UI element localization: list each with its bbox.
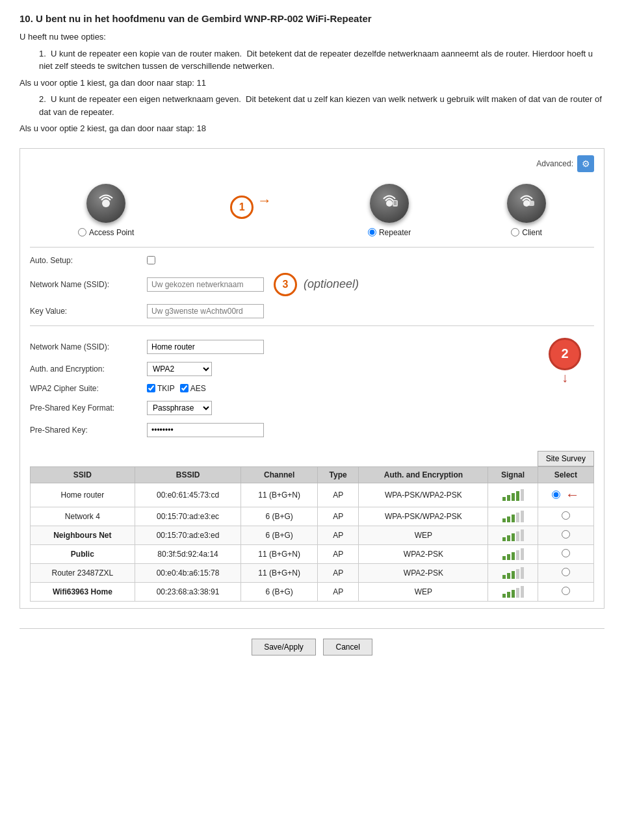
signal-bars bbox=[493, 567, 532, 579]
survey-table: SSID BSSID Channel Type Auth. and Encryp… bbox=[30, 466, 594, 602]
step2-container: 2 ↓ bbox=[549, 338, 581, 385]
signal-bar bbox=[516, 491, 519, 501]
cell-channel: 11 (B+G+N) bbox=[241, 483, 318, 507]
cell-type: AP bbox=[317, 483, 358, 507]
signal-bar bbox=[502, 497, 506, 501]
cell-type: AP bbox=[317, 507, 358, 526]
tkip-checkbox-label[interactable]: TKIP bbox=[147, 384, 175, 393]
access-point-radio-label[interactable]: Access Point bbox=[78, 228, 134, 237]
table-row: Home router00:e0:61:45:73:cd11 (B+G+N)AP… bbox=[31, 483, 594, 507]
step3-label: 3 bbox=[283, 279, 289, 290]
repeater-radio[interactable] bbox=[368, 228, 376, 236]
select-radio[interactable] bbox=[562, 549, 570, 557]
auth-enc-select[interactable]: WPA2 WEP None bbox=[147, 362, 212, 376]
key-value-row: Key Value: bbox=[30, 302, 594, 320]
auto-setup-checkbox[interactable] bbox=[147, 256, 155, 264]
repeater-radio-label[interactable]: Repeater bbox=[368, 228, 411, 237]
cell-channel: 6 (B+G) bbox=[241, 507, 318, 526]
select-radio[interactable] bbox=[562, 568, 570, 576]
cell-signal bbox=[488, 507, 538, 526]
access-point-radio[interactable] bbox=[78, 228, 86, 236]
table-row: Wifi63963 Home00:23:68:a3:38:916 (B+G)AP… bbox=[31, 582, 594, 601]
aes-label: AES bbox=[190, 384, 206, 393]
form-bottom-area: Network Name (SSID): Auth. and Encryptio… bbox=[30, 331, 594, 443]
repeater-label: Repeater bbox=[379, 228, 411, 237]
select-radio[interactable] bbox=[562, 511, 570, 520]
network-name-bottom-input[interactable] bbox=[147, 340, 264, 354]
option1-prefix: 1. bbox=[39, 49, 46, 58]
select-arrow: ← bbox=[566, 487, 580, 503]
cell-auth: WEP bbox=[359, 526, 488, 544]
cell-auth: WEP bbox=[359, 582, 488, 601]
signal-bar bbox=[521, 529, 524, 541]
mode-repeater: Repeater bbox=[368, 184, 411, 237]
cell-ssid: Public bbox=[31, 544, 135, 563]
cell-ssid: Network 4 bbox=[31, 507, 135, 526]
access-point-label: Access Point bbox=[89, 228, 134, 237]
psk-format-select[interactable]: Passphrase Hex bbox=[147, 401, 212, 415]
form-top-section: Auto. Setup: Network Name (SSID): 3 (opt… bbox=[30, 254, 594, 320]
cancel-button[interactable]: Cancel bbox=[323, 639, 372, 655]
step2-label: 2 bbox=[561, 346, 568, 361]
step2-circle: 2 bbox=[549, 338, 581, 370]
select-radio[interactable] bbox=[562, 530, 570, 539]
network-name-top-input[interactable] bbox=[147, 277, 264, 292]
step1-label: 1 bbox=[239, 201, 245, 213]
signal-bar bbox=[502, 556, 506, 560]
signal-bar bbox=[502, 518, 506, 522]
tkip-checkbox[interactable] bbox=[147, 384, 155, 392]
advanced-label: Advanced: bbox=[536, 159, 573, 168]
signal-bar bbox=[521, 548, 524, 560]
signal-bar bbox=[507, 554, 510, 560]
option2-main: U kunt de repeater een eigen netwerknaam… bbox=[51, 94, 241, 104]
cell-channel: 6 (B+G) bbox=[241, 582, 318, 601]
cipher-label: WPA2 Cipher Suite: bbox=[30, 384, 147, 393]
cell-bssid: 00:15:70:ad:e3:ec bbox=[135, 507, 241, 526]
cell-ssid: Wifi63963 Home bbox=[31, 582, 135, 601]
advanced-gear-button[interactable]: ⚙ bbox=[577, 155, 594, 172]
signal-bar bbox=[521, 489, 524, 501]
main-interface-box: Advanced: ⚙ Access Point 1 bbox=[20, 148, 604, 609]
option2-goto: Als u voor optie 2 kiest, ga dan door na… bbox=[20, 122, 604, 135]
signal-bar bbox=[507, 495, 510, 501]
signal-bar bbox=[512, 515, 515, 522]
cipher-row: WPA2 Cipher Suite: TKIP AES bbox=[30, 382, 549, 395]
repeater-icon bbox=[370, 184, 409, 223]
select-radio[interactable] bbox=[552, 490, 560, 499]
client-radio-label[interactable]: Client bbox=[511, 228, 542, 237]
col-auth: Auth. and Encryption bbox=[359, 466, 488, 483]
cell-bssid: 00:23:68:a3:38:91 bbox=[135, 582, 241, 601]
table-row: Public80:3f:5d:92:4a:1411 (B+G+N)APWPA2-… bbox=[31, 544, 594, 563]
cell-signal bbox=[488, 582, 538, 601]
col-signal: Signal bbox=[488, 466, 538, 483]
client-radio[interactable] bbox=[511, 228, 519, 236]
select-radio[interactable] bbox=[562, 587, 570, 595]
step1-indicator: 1 → bbox=[230, 196, 272, 219]
cell-ssid: Home router bbox=[31, 483, 135, 507]
cell-type: AP bbox=[317, 544, 358, 563]
auto-setup-row: Auto. Setup: bbox=[30, 254, 594, 267]
signal-bars bbox=[493, 511, 532, 522]
psk-input[interactable] bbox=[147, 423, 264, 437]
key-value-input[interactable] bbox=[147, 304, 264, 318]
cell-select bbox=[538, 526, 593, 544]
step1-circle: 1 bbox=[230, 196, 254, 219]
aes-checkbox-label[interactable]: AES bbox=[180, 384, 206, 393]
cell-auth: WPA-PSK/WPA2-PSK bbox=[359, 507, 488, 526]
cell-signal bbox=[488, 563, 538, 582]
page-title: 10. U bent nu in het hoofdmenu van de Ge… bbox=[20, 13, 604, 24]
signal-bar bbox=[516, 569, 519, 579]
cell-type: AP bbox=[317, 526, 358, 544]
tkip-label: TKIP bbox=[157, 384, 175, 393]
optioneel-text: (optioneel) bbox=[304, 277, 359, 291]
col-select: Select bbox=[538, 466, 593, 483]
step3-area: 3 (optioneel) bbox=[274, 273, 359, 296]
option1-main: U kunt de repeater een kopie van de rout… bbox=[51, 49, 242, 58]
cell-signal bbox=[488, 526, 538, 544]
save-apply-button[interactable]: Save/Apply bbox=[252, 639, 316, 655]
network-name-top-row: Network Name (SSID): 3 (optioneel) bbox=[30, 271, 594, 298]
signal-bars bbox=[493, 529, 532, 541]
signal-bar bbox=[502, 594, 506, 598]
aes-checkbox[interactable] bbox=[180, 384, 188, 392]
site-survey-button[interactable]: Site Survey bbox=[538, 451, 594, 466]
